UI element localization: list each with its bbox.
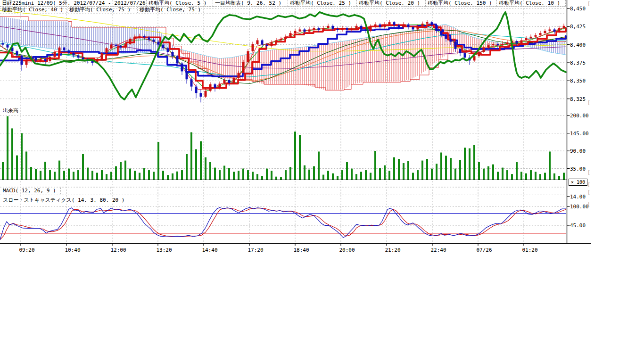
panel-handle-icon: [ [587,189,590,195]
panel-handle-icon: [ [587,170,590,175]
y-axis-label: 8,425 [570,24,586,30]
y-axis-label: 90.00 [570,148,586,154]
stochastic-panel-label: スロー・ストキャスティクス( 14, 3, 80, 20 ) [3,197,124,204]
legend-item: 移動平均( Close, 75 ) [67,7,138,13]
volume-multiplier-badge: × 100 [569,179,587,186]
x-axis-label: 09:20 [17,247,37,253]
x-axis-label: 18:40 [291,247,312,253]
chart-legend-row-2: 移動平均( Close, 40 )移動平均( Close, 75 )移動平均( … [0,7,204,13]
y-axis-label: 35.00 [570,166,586,172]
y-axis-label: 8,325 [570,96,586,102]
x-axis-label: 10:40 [62,247,83,253]
legend-item: 移動平均( Close, 25 ) [288,0,357,7]
x-axis-label: 20:00 [337,247,357,253]
legend-item: 移動平均( Close, 5 ) [147,0,213,7]
x-axis-label: 14:40 [199,247,220,253]
legend-item: 移動平均( Close, 150 ) [426,0,497,7]
y-axis-label: 200.00 [570,113,589,119]
x-axis-label: 22:40 [428,247,449,253]
x-axis-label: 21:20 [382,247,403,253]
legend-item: 移動平均( Close, 20 ) [357,0,426,7]
x-axis-label: 12:00 [108,247,129,253]
legend-item: 一目均衡表( 9, 26, 52 ) [213,0,288,7]
chart-window: 日経225mini 12/09( 5分, 2012/07/24 - 2012/0… [0,0,644,362]
y-axis-label: 8,400 [570,42,586,48]
y-axis-label: 45.00 [570,222,586,229]
x-axis-label: 13:20 [154,247,174,253]
x-axis-label: 17:20 [245,247,266,253]
y-axis-label: 8,375 [570,60,586,66]
y-axis-label: 8,350 [570,78,586,84]
y-axis-label: 100.00 [570,204,589,210]
legend-item: 移動平均( Close, 75 ) [138,7,204,13]
legend-item: 日経225mini 12/09( 5分, 2012/07/24 - 2012/0… [0,0,147,7]
x-axis-label: 07/26 [474,247,495,253]
panel-handle-icon: [ [587,100,590,105]
panel-handle-icon: [ [587,1,590,6]
legend-item: 移動平均( Close, 10 ) [497,0,566,7]
price-chart-plot[interactable] [0,0,644,362]
y-axis-label: 14.00 [570,194,586,200]
panel-handle-icon: [ [587,201,590,206]
legend-item: 移動平均( Close, 40 ) [0,7,67,13]
chart-legend-row-1: 日経225mini 12/09( 5分, 2012/07/24 - 2012/0… [0,0,566,7]
x-axis-label: 01:20 [520,247,540,253]
y-axis-label: 145.00 [570,131,589,137]
panel-handle-icon: [ [587,182,590,187]
y-axis-label: 8,450 [570,6,586,12]
volume-panel-label: 出来高 [3,107,18,114]
macd-panel-label: MACD( 12, 26, 9 ) [3,188,61,194]
